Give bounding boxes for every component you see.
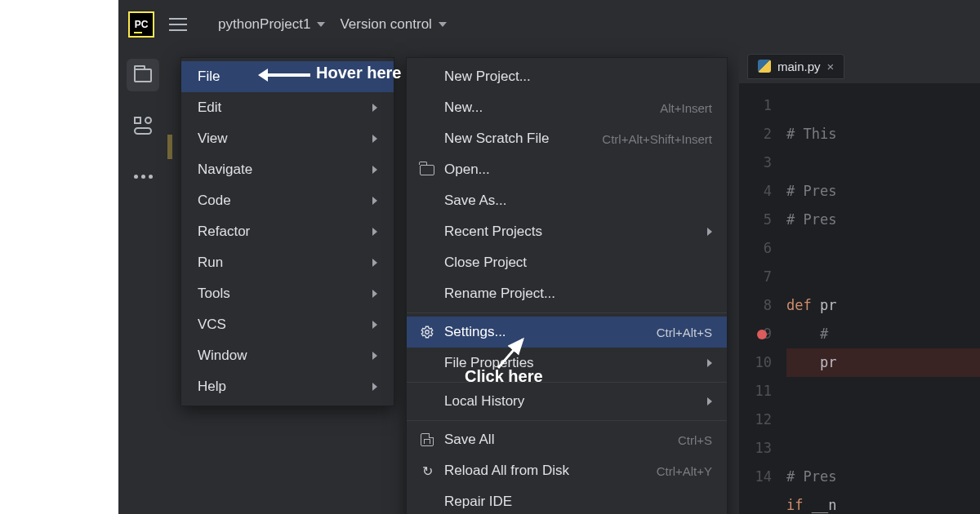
submenu-new-project[interactable]: New Project... [407,61,727,92]
submenu-settings[interactable]: Settings... Ctrl+Alt+S [407,317,727,348]
submenu-arrow-icon [372,290,377,298]
menu-tools[interactable]: Tools [181,278,394,309]
main-menu-popup: File Edit View Navigate Code Refactor Ru… [180,57,394,406]
menu-window-label: Window [198,348,247,364]
disk-save-icon [421,433,434,446]
structure-tool-button[interactable] [127,109,159,142]
svg-point-0 [425,330,430,335]
folder-icon [134,69,152,82]
file-submenu-popup: New Project... New... Alt+Insert New Scr… [406,57,728,514]
submenu-file-properties[interactable]: File Properties [407,348,727,379]
code-text[interactable]: # This # Pres # Pres def pr # pr # Pres … [778,83,980,514]
submenu-arrow-icon [372,104,377,112]
menu-code-label: Code [198,193,231,209]
close-icon[interactable]: × [827,60,835,73]
submenu-arrow-icon [707,359,712,367]
submenu-arrow-icon [372,321,377,329]
more-dots-icon [134,175,153,179]
shortcut-text: Ctrl+Alt+S [657,326,712,339]
submenu-arrow-icon [372,135,377,143]
submenu-rename-project[interactable]: Rename Project... [407,278,727,309]
gutter-fragment [167,135,172,159]
submenu-arrow-icon [372,166,377,174]
svg-line-1 [498,339,523,368]
submenu-new-scratch[interactable]: New Scratch File Ctrl+Alt+Shift+Insert [407,123,727,154]
menu-window[interactable]: Window [181,340,394,371]
project-tool-button[interactable] [127,59,159,91]
shortcut-text: Ctrl+Alt+Shift+Insert [602,132,712,146]
submenu-save-as[interactable]: Save As... [407,185,727,216]
menu-file-label: File [198,69,220,85]
line-number-gutter: 1 2 3 4 5 6 7 8 9 10 11 12 13 14 [739,83,778,514]
reload-icon: ↻ [418,463,436,479]
annotation-arrow-icon [266,73,310,77]
submenu-recent-projects[interactable]: Recent Projects [407,216,727,247]
submenu-arrow-icon [707,397,712,405]
project-name: pythonProject1 [218,16,310,33]
submenu-arrow-icon [372,197,377,205]
menu-refactor-label: Refactor [198,224,250,240]
submenu-arrow-icon [372,228,377,236]
top-toolbar: PC pythonProject1 Version control [118,0,980,49]
ide-window: PC pythonProject1 Version control File [118,0,980,514]
chevron-down-icon [439,22,447,27]
project-dropdown[interactable]: pythonProject1 [218,16,325,33]
submenu-reload[interactable]: ↻ Reload All from Disk Ctrl+Alt+Y [407,455,727,486]
menu-vcs[interactable]: VCS [181,309,394,340]
left-tool-strip [118,49,167,514]
code-area[interactable]: 1 2 3 4 5 6 7 8 9 10 11 12 13 14 # This … [739,83,980,514]
hamburger-menu-icon[interactable] [169,18,187,31]
menu-refactor[interactable]: Refactor [181,216,394,247]
editor-tab-main[interactable]: main.py × [747,54,844,79]
menu-view[interactable]: View [181,123,394,154]
menu-separator [407,382,727,383]
submenu-arrow-icon [372,259,377,267]
menu-run-label: Run [198,255,223,271]
chevron-down-icon [317,22,325,27]
vcs-label: Version control [340,16,431,33]
breakpoint-icon[interactable] [757,330,767,339]
submenu-repair-ide[interactable]: Repair IDE [407,486,727,514]
shortcut-text: Ctrl+Alt+Y [657,464,712,478]
menu-edit-label: Edit [198,100,221,116]
menu-tools-label: Tools [198,286,230,302]
gear-icon [418,325,436,339]
menu-separator [407,312,727,313]
menu-view-label: View [198,131,228,147]
menu-navigate-label: Navigate [198,162,252,178]
folder-icon [420,165,434,175]
menu-code[interactable]: Code [181,185,394,216]
submenu-new[interactable]: New... Alt+Insert [407,92,727,123]
menu-vcs-label: VCS [198,317,226,333]
python-file-icon [758,60,771,73]
menu-run[interactable]: Run [181,247,394,278]
menu-navigate[interactable]: Navigate [181,154,394,185]
vcs-dropdown[interactable]: Version control [340,16,446,33]
editor-tab-label: main.py [777,60,821,73]
menu-edit[interactable]: Edit [181,92,394,123]
annotation-hover-label: Hover here [316,64,402,82]
submenu-arrow-icon [372,383,377,391]
submenu-local-history[interactable]: Local History [407,386,727,417]
shortcut-text: Ctrl+S [678,433,712,447]
editor-pane: main.py × 1 2 3 4 5 6 7 8 9 10 11 12 13 … [739,49,980,514]
structure-icon [134,117,152,135]
submenu-arrow-icon [372,352,377,360]
shortcut-text: Alt+Insert [660,101,712,115]
menu-help-label: Help [198,379,226,395]
submenu-close-project[interactable]: Close Project [407,247,727,278]
submenu-arrow-icon [707,228,712,236]
editor-tab-row: main.py × [739,49,980,83]
submenu-save-all[interactable]: Save All Ctrl+S [407,424,727,455]
menu-help[interactable]: Help [181,371,394,402]
more-tool-button[interactable] [127,160,159,193]
pycharm-logo-icon: PC [128,11,154,38]
submenu-open[interactable]: Open... [407,154,727,185]
menu-separator [407,420,727,421]
